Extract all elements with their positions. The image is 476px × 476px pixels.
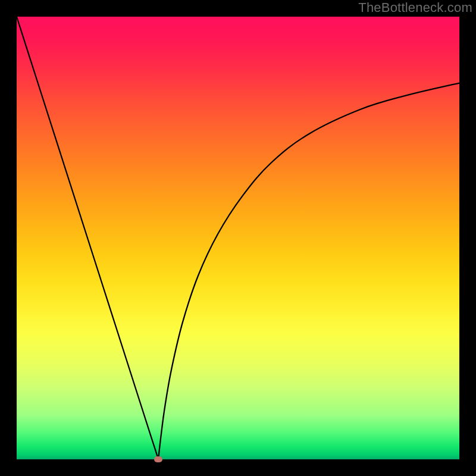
watermark-text: TheBottleneck.com [358,0,472,15]
bottleneck-curve [17,17,459,459]
curve-right-branch [158,83,459,459]
curve-left-branch [17,17,158,459]
minimum-marker [154,456,162,462]
plot-area [17,17,459,459]
chart-container: TheBottleneck.com [0,0,476,476]
